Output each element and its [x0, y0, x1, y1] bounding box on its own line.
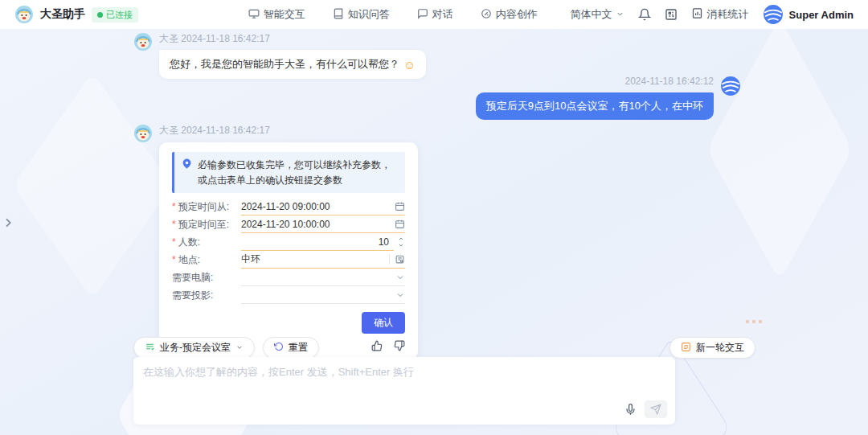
chevron-down-icon[interactable]	[395, 273, 405, 282]
chat-area: 大圣 2024-11-18 16:42:17 您好，我是您的智能助手大圣，有什么…	[0, 29, 868, 435]
chevron-down-icon	[616, 9, 624, 21]
chevron-down-icon[interactable]	[395, 290, 405, 300]
consumption-stats[interactable]: 消耗统计	[691, 7, 749, 22]
time-from-input[interactable]: 2024-11-20 09:00:00	[241, 198, 405, 215]
form-notice-text: 必输参数已收集完毕，您可以继续补充参数，或点击表单上的确认按钮提交参数	[198, 158, 398, 187]
app-logo-monkey-icon	[14, 5, 34, 24]
message-input[interactable]	[133, 357, 675, 425]
nav-item-smart-interaction[interactable]: 智能交互	[248, 7, 305, 22]
language-label: 简体中文	[571, 7, 612, 22]
thumbs-up-icon[interactable]	[371, 340, 383, 351]
time-to-input[interactable]: 2024-11-20 10:00:00	[241, 215, 405, 233]
send-button[interactable]	[645, 400, 667, 418]
bot-avatar	[133, 32, 153, 51]
book-icon	[333, 8, 344, 22]
new-round-label: 新一轮交互	[696, 341, 744, 355]
stepper-down-icon[interactable]	[397, 242, 405, 248]
bot-greeting-text: 您好，我是您的智能助手大圣，有什么可以帮您？	[170, 57, 399, 72]
background-dots	[746, 320, 762, 323]
field-row-time-from: *预定时间从: 2024-11-20 09:00:00	[172, 198, 405, 215]
nav-label: 知识问答	[348, 7, 390, 22]
notification-bell-icon[interactable]	[638, 8, 651, 21]
field-value: 2024-11-20 10:00:00	[241, 219, 395, 230]
reset-refresh-icon	[274, 342, 284, 354]
new-round-icon	[681, 342, 691, 355]
message-meta: 大圣 2024-11-18 16:42:17	[159, 124, 418, 137]
bot-bubble: 您好，我是您的智能助手大圣，有什么可以帮您？ ☺	[159, 50, 426, 79]
bot-message-greeting: 大圣 2024-11-18 16:42:17 您好，我是您的智能助手大圣，有什么…	[133, 32, 426, 79]
username: Super Admin	[789, 9, 854, 21]
thumbs-down-icon[interactable]	[394, 340, 405, 351]
required-marker: *	[172, 254, 176, 265]
field-label: 人数:	[178, 236, 200, 249]
field-label: 需要电脑:	[172, 271, 213, 285]
app-title: 大圣助手	[40, 7, 85, 22]
status-dot	[97, 12, 103, 18]
reset-label: 重置	[289, 341, 308, 355]
reset-button[interactable]: 重置	[263, 337, 319, 359]
business-list-icon	[145, 342, 155, 355]
field-row-time-to: *预定时间至: 2024-11-20 10:00:00	[172, 215, 405, 233]
qr-code-icon[interactable]	[665, 8, 678, 21]
user-avatar	[720, 76, 741, 96]
message-meta: 2024-11-18 16:42:12	[624, 76, 714, 87]
nav-item-knowledge-qa[interactable]: 知识问答	[333, 7, 390, 22]
stats-label: 消耗统计	[707, 7, 749, 22]
field-value: 10	[241, 236, 394, 248]
required-marker: *	[172, 219, 176, 230]
field-value: 2024-11-20 09:00:00	[241, 201, 395, 212]
form-notice: 必输参数已收集完毕，您可以继续补充参数，或点击表单上的确认按钮提交参数	[172, 152, 405, 193]
calendar-icon[interactable]	[395, 219, 405, 229]
status-badge-label: 已连接	[106, 9, 133, 21]
calendar-icon[interactable]	[395, 201, 405, 211]
need-projector-select[interactable]	[241, 286, 405, 304]
new-round-button[interactable]: 新一轮交互	[669, 337, 755, 359]
user-message: 2024-11-18 16:42:12 预定后天9点到10点会议室，有10个人，…	[476, 76, 741, 120]
sidebar-expander-chevron[interactable]	[2, 214, 14, 235]
field-value: 中环	[241, 252, 389, 266]
field-row-need-computer: 需要电脑:	[172, 269, 405, 286]
user-avatar	[763, 4, 784, 25]
main-nav: 智能交互 知识问答 对话 内容创作	[215, 7, 571, 22]
nav-label: 内容创作	[496, 7, 538, 22]
background-illustration	[706, 29, 853, 281]
field-row-need-projector: 需要投影:	[172, 286, 405, 304]
nav-label: 智能交互	[264, 7, 305, 22]
stepper-up-icon[interactable]	[397, 236, 405, 242]
bot-avatar	[133, 124, 153, 143]
message-composer	[133, 357, 675, 425]
location-input[interactable]: 中环	[241, 251, 405, 269]
business-scene-button[interactable]: 业务-预定会议室	[133, 337, 255, 359]
field-label: 地点:	[178, 253, 200, 267]
pin-icon	[182, 158, 192, 169]
chat-bubble-icon	[417, 8, 428, 22]
list-select-icon[interactable]	[389, 254, 405, 265]
microphone-icon[interactable]	[624, 404, 637, 416]
business-scene-label: 业务-预定会议室	[160, 341, 231, 355]
number-stepper[interactable]	[397, 233, 405, 251]
field-row-people-count: *人数: 10	[172, 233, 405, 251]
status-badge: 已连接	[92, 7, 138, 23]
smiley-emoji: ☺	[403, 59, 416, 71]
field-label: 预定时间至:	[178, 218, 229, 232]
need-computer-select[interactable]	[241, 269, 405, 286]
message-meta: 大圣 2024-11-18 16:42:17	[159, 32, 426, 46]
user-account[interactable]: Super Admin	[763, 4, 854, 25]
nav-item-conversation[interactable]: 对话	[417, 7, 453, 22]
people-count-input[interactable]: 10	[241, 233, 394, 251]
required-marker: *	[172, 236, 176, 248]
field-label: 需要投影:	[172, 289, 213, 302]
parameter-form-card: 必输参数已收集完毕，您可以继续补充参数，或点击表单上的确认按钮提交参数 *预定时…	[159, 142, 418, 359]
chevron-down-icon	[235, 343, 244, 354]
confirm-button[interactable]: 确认	[362, 312, 405, 334]
nav-label: 对话	[432, 7, 453, 22]
required-marker: *	[172, 201, 176, 212]
creation-icon	[481, 8, 492, 22]
stats-chart-icon	[691, 7, 703, 22]
bot-message-form: 大圣 2024-11-18 16:42:17 必输参数已收集完毕，您可以继续补充…	[133, 124, 418, 359]
send-icon	[650, 404, 661, 415]
smart-interaction-icon	[248, 8, 260, 22]
language-selector[interactable]: 简体中文	[571, 7, 624, 22]
user-bubble: 预定后天9点到10点会议室，有10个人，在中环	[476, 92, 714, 120]
nav-item-content-creation[interactable]: 内容创作	[481, 7, 538, 22]
